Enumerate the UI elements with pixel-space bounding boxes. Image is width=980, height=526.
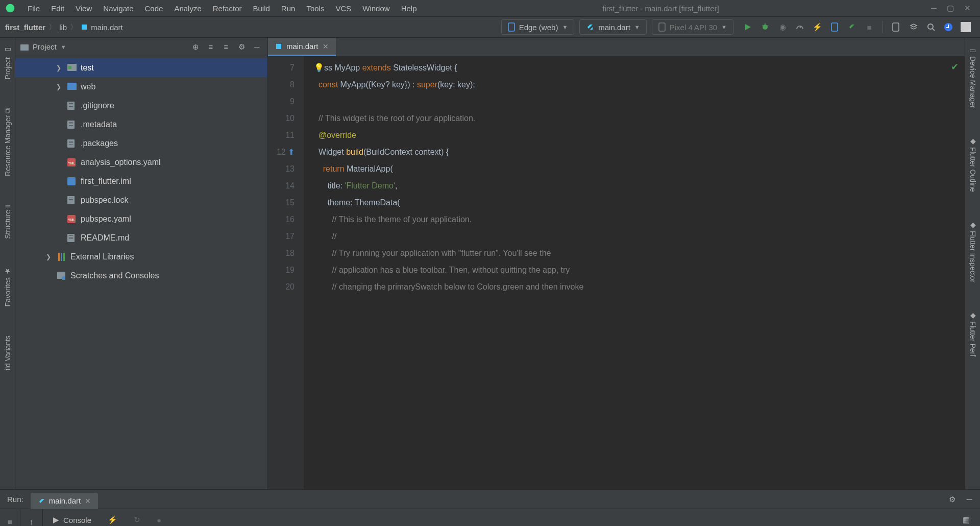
android-studio-logo-icon [5, 3, 15, 13]
file-icon [67, 64, 77, 72]
target-icon[interactable]: ⊕ [190, 41, 201, 53]
rail-favorites[interactable]: Favorites ★ [4, 263, 12, 310]
menu-edit[interactable]: Edit [47, 3, 68, 14]
run-button[interactable] [743, 22, 753, 32]
expand-icon[interactable]: ≡ [205, 41, 216, 53]
device-selector[interactable]: Edge (web)▼ [501, 19, 575, 35]
collapse-icon[interactable]: ≡ [220, 41, 232, 53]
tree-item[interactable]: ❯External Libraries [15, 247, 267, 266]
run-tab[interactable]: main.dart ✕ [31, 493, 99, 509]
chevron-down-icon[interactable]: ▼ [61, 44, 66, 50]
menu-analyze[interactable]: Analyze [170, 3, 205, 14]
project-panel-title[interactable]: Project [33, 42, 57, 51]
breadcrumb[interactable]: first_flutter〉 lib〉 main.dart [5, 22, 123, 32]
menu-navigate[interactable]: Navigate [99, 3, 137, 14]
tree-item[interactable]: ❯web [15, 77, 267, 96]
rail-structure[interactable]: Structure ⫴ [4, 201, 12, 243]
stop-button[interactable]: ■ [864, 22, 874, 32]
rail-flutter-perf[interactable]: ◆ Flutter Perf [969, 307, 977, 361]
tree-item[interactable]: Scratches and Consoles [15, 266, 267, 285]
hide-icon[interactable]: ─ [251, 41, 262, 53]
rail-project[interactable]: Project ▭ [4, 42, 12, 84]
svg-marker-1 [82, 25, 87, 30]
tree-item[interactable]: YMLpubspec.yaml [15, 209, 267, 228]
svg-rect-50 [63, 253, 65, 261]
avd-manager-button[interactable] [891, 22, 901, 32]
menu-refactor[interactable]: Refactor [209, 3, 246, 14]
emulator-selector[interactable]: Pixel 4 API 30▼ [652, 19, 733, 35]
tree-item[interactable]: ❯test [15, 58, 267, 77]
run-config-selector[interactable]: main.dart▼ [579, 19, 646, 35]
sdk-manager-button[interactable] [909, 22, 919, 32]
svg-rect-40 [69, 199, 73, 200]
minimize-button[interactable]: ─ [931, 4, 937, 13]
maximize-button[interactable]: ▢ [947, 4, 954, 13]
tree-item[interactable]: .gitignore [15, 96, 267, 115]
hot-reload-button[interactable]: ⚡ [812, 22, 822, 32]
file-icon [67, 102, 77, 110]
tree-item-label: test [81, 63, 94, 73]
svg-rect-26 [69, 106, 73, 107]
coverage-button[interactable]: ◉ [777, 22, 788, 32]
tree-item[interactable]: pubspec.lock [15, 190, 267, 209]
rail-build-variants[interactable]: ild Variants [4, 331, 12, 374]
menu-vcs[interactable]: VCS [331, 3, 355, 14]
menu-window[interactable]: Window [358, 3, 394, 14]
menu-code[interactable]: Code [141, 3, 167, 14]
tree-item-label: .packages [81, 139, 118, 148]
up-icon[interactable]: ↑ [24, 514, 39, 526]
menu-tools[interactable]: Tools [302, 3, 328, 14]
tree-item[interactable]: .metadata [15, 115, 267, 134]
editor-tab-main[interactable]: main.dart ✕ [268, 38, 336, 56]
file-icon [67, 177, 77, 185]
code-area[interactable]: 789101112 ⬆1314151617181920 💡ss MyApp ex… [268, 56, 965, 489]
project-icon [20, 43, 29, 51]
file-icon [67, 139, 77, 148]
tree-item-label: README.md [81, 233, 129, 243]
dart-file-icon [81, 23, 88, 31]
close-icon[interactable]: ✕ [85, 497, 91, 505]
layout-icon[interactable]: ▦ [959, 513, 974, 526]
project-tree[interactable]: ❯test❯web.gitignore.metadata.packagesYML… [15, 56, 267, 489]
rail-resource-manager[interactable]: Resource Manager ⧉ [4, 104, 12, 180]
attach-button[interactable] [829, 22, 840, 32]
run-panel: Run: main.dart ✕ ⚙ ─ ■ 📌 ↑ ↓ ⤶ ⇥ » [0, 489, 980, 526]
svg-rect-47 [69, 238, 73, 239]
dart-file-icon [275, 43, 282, 50]
devtools-icon[interactable]: ● [153, 514, 165, 527]
menu-view[interactable]: View [71, 3, 96, 14]
profile-button[interactable] [795, 22, 805, 32]
gear-icon[interactable]: ⚙ [945, 493, 959, 506]
tree-item[interactable]: README.md [15, 228, 267, 247]
avatar-icon[interactable] [961, 22, 971, 32]
svg-rect-30 [69, 125, 73, 126]
close-icon[interactable]: ✕ [323, 42, 329, 51]
flutter-attach-button[interactable] [847, 22, 857, 32]
stop-button[interactable]: ■ [3, 514, 17, 526]
hide-icon[interactable]: ─ [963, 493, 976, 506]
restart-icon[interactable]: ↻ [130, 513, 144, 526]
gear-icon[interactable]: ⚙ [236, 41, 247, 53]
menu-run[interactable]: Run [277, 3, 300, 14]
rail-flutter-outline[interactable]: ◆ Flutter Outline [969, 133, 977, 196]
debug-button[interactable] [760, 22, 770, 32]
svg-rect-37 [67, 177, 76, 185]
menu-file[interactable]: File [23, 3, 44, 14]
search-button[interactable] [926, 22, 936, 32]
svg-point-0 [6, 4, 15, 13]
console-header: ▶ Console ⚡ ↻ ● ▦ [43, 509, 980, 526]
tree-item[interactable]: .packages [15, 134, 267, 153]
svg-rect-2 [508, 23, 514, 31]
reload-icon[interactable]: ⚡ [104, 513, 121, 526]
tree-item[interactable]: YMLanalysis_options.yaml [15, 153, 267, 172]
rail-device-manager[interactable]: ▭ Device Manager [969, 42, 977, 112]
tree-item[interactable]: first_flutter.iml [15, 172, 267, 190]
menu-help[interactable]: Help [397, 3, 421, 14]
menu-build[interactable]: Build [249, 3, 274, 14]
tree-item-label: web [81, 82, 95, 91]
left-tool-rail: Project ▭ Resource Manager ⧉ Structure ⫴… [0, 38, 15, 489]
console-tab[interactable]: ▶ Console [49, 513, 95, 526]
rail-flutter-inspector[interactable]: ◆ Flutter Inspector [969, 217, 977, 286]
sync-button[interactable] [943, 22, 953, 32]
close-button[interactable]: ✕ [964, 4, 971, 13]
